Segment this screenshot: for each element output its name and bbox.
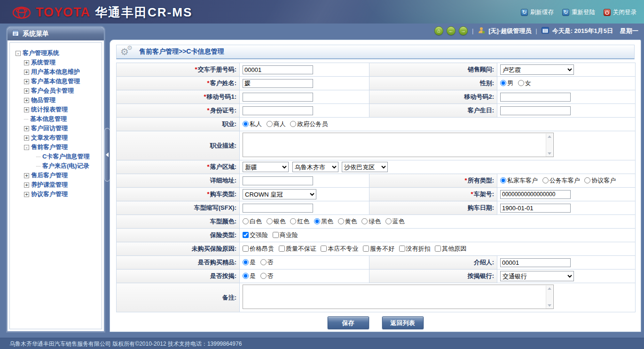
remark-textarea[interactable] <box>243 285 554 309</box>
collapse-icon[interactable]: - <box>16 51 21 56</box>
insurance-option[interactable]: 商业险 <box>273 231 298 238</box>
gender-option-female[interactable]: 女 <box>518 79 531 87</box>
occupation-radio[interactable] <box>267 121 273 127</box>
boutique-option[interactable]: 是 <box>243 259 256 266</box>
sidebar-item[interactable]: 基本信息管理 <box>10 114 102 124</box>
expand-icon[interactable]: + <box>24 88 29 94</box>
expand-icon[interactable]: + <box>24 79 29 84</box>
reason-option[interactable]: 价格昂贵 <box>243 245 274 252</box>
occupation-option[interactable]: 私人 <box>243 120 262 127</box>
owner-type-radio[interactable] <box>584 177 590 183</box>
sidebar-item[interactable]: +养护课堂管理 <box>10 180 102 190</box>
reason-checkbox[interactable] <box>399 246 405 252</box>
color-option[interactable]: 银色 <box>267 218 286 225</box>
boutique-radio[interactable] <box>260 259 267 265</box>
logout-link[interactable]: 关闭登录 <box>604 8 636 16</box>
owner-type-radio[interactable] <box>542 177 549 183</box>
insurance-checkbox[interactable] <box>243 232 249 238</box>
occupation-option[interactable]: 商人 <box>267 120 286 127</box>
reason-checkbox[interactable] <box>243 246 249 252</box>
sidebar-item[interactable]: +协议客户管理 <box>10 190 102 199</box>
color-radio[interactable] <box>267 218 273 224</box>
reason-option[interactable]: 没有折扣 <box>399 245 431 252</box>
color-option[interactable]: 白色 <box>243 218 262 225</box>
reason-checkbox[interactable] <box>435 246 441 252</box>
color-option[interactable]: 红色 <box>290 218 309 225</box>
owner-type-option[interactable]: 协议客户 <box>584 177 616 184</box>
mortgage-option[interactable]: 是 <box>243 272 256 279</box>
back-to-list-button[interactable]: 返回列表 <box>382 317 424 329</box>
expand-icon[interactable]: + <box>24 60 29 65</box>
sidebar-item[interactable]: +物品管理 <box>10 95 102 105</box>
sidebar-item[interactable]: +用户基本信息维护 <box>10 67 102 77</box>
sidebar-item[interactable]: +售后客户管理 <box>10 171 102 180</box>
buy-date-input[interactable] <box>500 204 571 213</box>
expand-icon[interactable]: + <box>24 173 29 178</box>
vin-input[interactable] <box>500 190 571 199</box>
gender-radio[interactable] <box>500 80 506 86</box>
district-select[interactable]: 沙依巴克区 <box>342 162 388 172</box>
expand-icon[interactable]: + <box>24 126 29 131</box>
color-option[interactable]: 黄色 <box>338 218 357 225</box>
color-radio[interactable] <box>385 218 392 224</box>
expand-icon[interactable]: + <box>24 107 29 112</box>
color-radio[interactable] <box>243 218 249 224</box>
sidebar-item[interactable]: -售前客户管理 <box>10 143 102 152</box>
reason-option[interactable]: 其他原因 <box>435 245 466 252</box>
relogin-link[interactable]: ↻ 重新登陆 <box>562 8 595 16</box>
id-number-input[interactable] <box>243 106 313 115</box>
mortgage-radio[interactable] <box>260 273 267 279</box>
owner-type-radio[interactable] <box>500 177 506 183</box>
car-type-select[interactable]: CROWN 皇冠 <box>243 189 316 199</box>
city-select[interactable]: 乌鲁木齐市 <box>292 162 338 172</box>
manual-no-input[interactable] <box>243 65 313 74</box>
occupation-option[interactable]: 政府公务员 <box>290 120 328 127</box>
reason-checkbox[interactable] <box>321 246 327 252</box>
textarea-scrollbar[interactable] <box>546 286 553 309</box>
sidebar-item[interactable]: 客户来店(电)记录 <box>10 161 102 171</box>
province-select[interactable]: 新疆 <box>243 162 289 172</box>
mobile1-input[interactable] <box>243 93 313 102</box>
customer-name-input[interactable] <box>243 79 313 88</box>
expand-icon[interactable]: + <box>24 182 29 188</box>
reason-checkbox[interactable] <box>279 246 285 252</box>
insurance-checkbox[interactable] <box>273 232 279 238</box>
sidebar-item[interactable]: -客户管理系统 <box>10 48 102 58</box>
expand-icon[interactable]: + <box>24 192 29 197</box>
mortgage-radio[interactable] <box>243 273 249 279</box>
color-radio[interactable] <box>290 218 296 224</box>
reason-option[interactable]: 质量不保证 <box>279 245 316 252</box>
sidebar-item[interactable]: +文章发布管理 <box>10 133 102 143</box>
sidebar-item[interactable]: +客户回访管理 <box>10 124 102 133</box>
reason-checkbox[interactable] <box>363 246 369 252</box>
color-option[interactable]: 蓝色 <box>385 218 405 225</box>
expand-icon[interactable]: + <box>24 135 29 141</box>
boutique-option[interactable]: 否 <box>260 259 274 266</box>
color-option[interactable]: 绿色 <box>361 218 381 225</box>
advisor-select[interactable]: 卢艺霞 <box>500 64 574 75</box>
refresh-cache-link[interactable]: ↻ 刷新缓存 <box>521 8 554 16</box>
occupation-radio[interactable] <box>290 121 296 127</box>
owner-type-option[interactable]: 私家车客户 <box>500 177 538 184</box>
color-option[interactable]: 黑色 <box>314 218 333 225</box>
sidebar-item[interactable]: +客户会员卡管理 <box>10 86 102 95</box>
sidebar-item[interactable]: +系统管理 <box>10 58 102 67</box>
sfx-input[interactable] <box>243 204 313 213</box>
introducer-input[interactable] <box>500 258 571 267</box>
owner-type-option[interactable]: 公务车客户 <box>542 177 580 184</box>
textarea-scrollbar[interactable] <box>546 134 553 157</box>
gender-option-male[interactable]: 男 <box>500 79 513 87</box>
color-radio[interactable] <box>314 218 320 224</box>
gender-radio[interactable] <box>518 80 524 86</box>
sidebar-item[interactable]: +客户基本信息管理 <box>10 77 102 86</box>
mobile2-input[interactable] <box>500 93 571 102</box>
color-radio[interactable] <box>338 218 344 224</box>
reason-option[interactable]: 本店不专业 <box>321 245 358 252</box>
occupation-radio[interactable] <box>243 121 249 127</box>
home-button[interactable]: ⌂ <box>434 26 443 35</box>
occupation-desc-textarea[interactable] <box>243 133 554 157</box>
collapse-icon[interactable]: - <box>24 145 29 150</box>
forward-button[interactable]: → <box>459 26 468 35</box>
sidebar-item[interactable]: C卡客户信息管理 <box>10 152 102 161</box>
mortgage-option[interactable]: 否 <box>260 272 274 279</box>
